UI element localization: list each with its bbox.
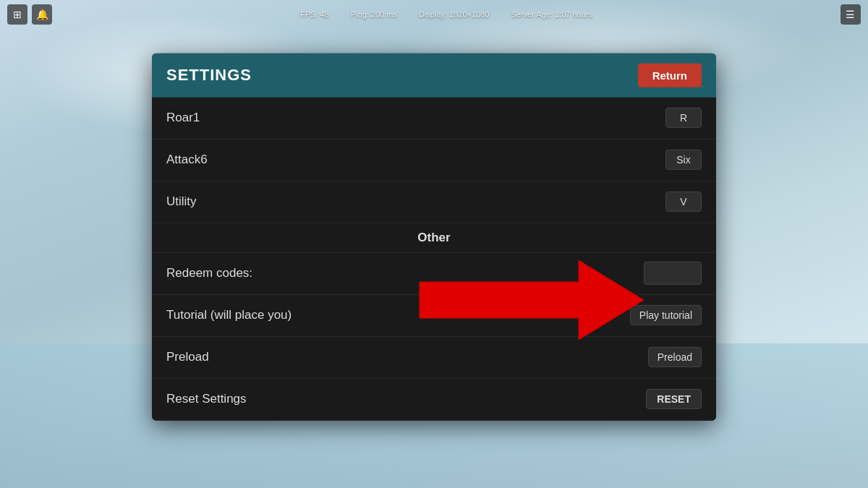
redeem-label: Redeem codes:	[166, 266, 252, 281]
settings-title: SETTINGS	[166, 66, 252, 85]
preload-button[interactable]: Preload	[648, 347, 702, 367]
tutorial-label: Tutorial (will place you)	[166, 308, 292, 322]
roar1-label: Roar1	[166, 111, 200, 125]
redeem-input[interactable]	[644, 262, 702, 285]
grid-icon[interactable]: ⊞	[7, 4, 27, 25]
reset-label: Reset Settings	[166, 392, 247, 406]
attack6-label: Attack6	[166, 153, 208, 167]
preload-label: Preload	[166, 350, 209, 364]
top-bar-left: ⊞ 🔔	[7, 4, 52, 25]
settings-row-roar1: Roar1 R	[152, 97, 716, 139]
ping-stat: Ping: 200 ms	[351, 10, 397, 19]
settings-row-redeem: Redeem codes:	[152, 252, 716, 294]
settings-header: SETTINGS Return	[152, 53, 716, 97]
roar1-key[interactable]: R	[665, 108, 702, 128]
server-age-stat: Server Age: 1:07 hours	[511, 10, 592, 19]
other-section-label: Other	[417, 230, 450, 244]
display-stat: Display: 1920×1080	[419, 10, 490, 19]
attack6-key[interactable]: Six	[665, 150, 702, 170]
top-bar: ⊞ 🔔 FPS: 48 Ping: 200 ms Display: 1920×1…	[0, 0, 868, 29]
utility-key[interactable]: V	[665, 192, 702, 212]
settings-row-reset: Reset Settings RESET	[152, 378, 716, 420]
menu-icon[interactable]: ☰	[841, 4, 861, 25]
top-bar-stats: FPS: 48 Ping: 200 ms Display: 1920×1080 …	[300, 10, 592, 19]
settings-row-utility: Utility V	[152, 181, 716, 223]
play-tutorial-button[interactable]: Play tutorial	[630, 305, 702, 325]
settings-row-preload: Preload Preload	[152, 336, 716, 378]
settings-row-attack6: Attack6 Six	[152, 139, 716, 181]
fps-stat: FPS: 48	[300, 10, 329, 19]
return-button[interactable]: Return	[638, 63, 702, 87]
reset-button[interactable]: RESET	[646, 389, 702, 409]
settings-row-tutorial: Tutorial (will place you) Play tutorial	[152, 294, 716, 336]
other-section-divider: Other	[152, 223, 716, 252]
settings-body: Roar1 R Attack6 Six Utility V Other Rede…	[152, 97, 716, 420]
utility-label: Utility	[166, 194, 197, 209]
settings-modal: SETTINGS Return Roar1 R Attack6 Six Util…	[152, 53, 716, 420]
notification-icon[interactable]: 🔔	[32, 4, 52, 25]
